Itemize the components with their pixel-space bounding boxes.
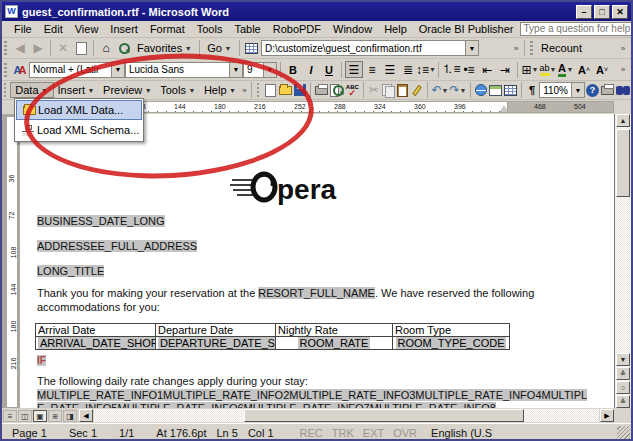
back-icon[interactable]: ◀	[11, 40, 29, 57]
menu-file[interactable]: File	[8, 22, 38, 36]
toggle-ovr[interactable]: OVR	[393, 427, 417, 439]
print-layout-view-button[interactable]: ▣	[33, 410, 47, 422]
outline-view-button[interactable]: ≋	[48, 410, 62, 422]
address-combobox[interactable]: D:\customize\guest_confirmation.rtf ▼	[261, 40, 479, 56]
vertical-scroll-thumb[interactable]	[616, 129, 630, 197]
toggle-trk[interactable]: TRK	[332, 427, 354, 439]
table-grid-icon[interactable]	[503, 82, 518, 99]
right-indent-marker[interactable]	[500, 106, 508, 112]
reading-layout-view-button[interactable]: ◨	[63, 410, 77, 422]
stop-icon[interactable]: ✕	[54, 40, 72, 57]
menu-oracle-bi-publisher[interactable]: Oracle BI Publisher	[413, 22, 520, 36]
horizontal-scrollbar[interactable]: ≡ ◫ ▣ ≋ ◨ ◀ ▶	[2, 408, 631, 423]
normal-view-button[interactable]: ≡	[3, 410, 17, 422]
document-page[interactable]: pera BUSINESS_DATE_LONG ADDRESSEE_FULL_A…	[20, 114, 615, 408]
numbering-button[interactable]: ⒈≡	[442, 61, 460, 78]
font-color-button[interactable]: A▼	[557, 61, 575, 78]
favorites-menu[interactable]: Favorites ▼	[133, 41, 196, 55]
paragraph-thank-you[interactable]: Thank you for making your reservation at…	[37, 286, 565, 314]
toggle-ext[interactable]: EXT	[363, 427, 384, 439]
address-dropdown-icon[interactable]: ▼	[465, 41, 478, 55]
borders-button[interactable]: ⊞▼	[521, 61, 539, 78]
select-browse-object-icon[interactable]: ○	[616, 381, 630, 394]
bullets-button[interactable]: •≡	[460, 61, 478, 78]
grow-font-button[interactable]: A˄	[575, 61, 593, 78]
font-size-dropdown-icon[interactable]: ▼	[263, 63, 276, 77]
close-button[interactable]: ✕	[612, 5, 628, 19]
field-long-title[interactable]: LONG_TITLE	[37, 265, 104, 277]
show-web-toolbar-icon[interactable]	[243, 40, 261, 57]
copy-icon[interactable]	[381, 82, 395, 99]
font-size-combobox[interactable]: 9 ▼	[243, 62, 277, 78]
bip-menu-data[interactable]: Data▼	[10, 82, 53, 98]
open-icon[interactable]	[278, 82, 293, 99]
if-form-field[interactable]: IF	[37, 354, 46, 366]
bip-menu-help[interactable]: Help▼	[200, 83, 241, 97]
print-icon[interactable]	[314, 82, 329, 99]
help-question-input[interactable]: Type a question for help	[520, 22, 633, 36]
cell-room-rate[interactable]: ROOM_RATE	[276, 337, 393, 350]
underline-button[interactable]: U	[320, 61, 338, 78]
resize-grip[interactable]	[617, 426, 630, 439]
previous-page-icon[interactable]: ≙	[616, 367, 630, 380]
bip-menu-preview[interactable]: Preview▼	[99, 83, 156, 97]
show-hide-pilcrow-button[interactable]: ¶	[525, 82, 539, 99]
menu-window[interactable]: Window	[327, 22, 378, 36]
toolbar-grip[interactable]	[257, 83, 259, 97]
web-layout-view-button[interactable]: ◫	[18, 410, 32, 422]
font-combobox[interactable]: Lucida Sans ▼	[125, 62, 243, 78]
bold-button[interactable]: B	[284, 61, 302, 78]
italic-button[interactable]: I	[302, 61, 320, 78]
new-document-icon[interactable]	[263, 82, 277, 99]
menu-insert[interactable]: Insert	[104, 22, 144, 36]
maximize-button[interactable]: □	[594, 5, 610, 19]
home-icon[interactable]: ⌂	[97, 40, 115, 57]
bip-toolbar-options-icon[interactable]: »	[241, 86, 249, 95]
increase-indent-button[interactable]: ⇥	[496, 61, 514, 78]
menu-view[interactable]: View	[69, 22, 105, 36]
menu-item-load-xml-schema[interactable]: Load XML Schema...	[16, 120, 142, 140]
menu-tools[interactable]: Tools	[191, 22, 229, 36]
cell-room-type-code[interactable]: ROOM_TYPE_CODE	[393, 337, 510, 350]
redo-icon[interactable]: ↷▼	[449, 82, 467, 99]
shrink-font-button[interactable]: A˅	[593, 61, 611, 78]
wordcount-toolbar-options-icon[interactable]: »	[618, 44, 628, 53]
zoom-dropdown-icon[interactable]: ▼	[571, 83, 584, 97]
zoom-combobox[interactable]: 110% ▼	[539, 82, 585, 98]
rates-line-1[interactable]: MULTIPLE_RATE_INFO1MULTIPLE_RATE_INFO2MU…	[37, 389, 587, 401]
undo-icon[interactable]: ↶▼	[431, 82, 449, 99]
menu-robopdf[interactable]: RoboPDF	[267, 22, 327, 36]
formatting-toolbar-options-icon[interactable]: »	[618, 65, 628, 74]
scroll-up-icon[interactable]: ▲	[616, 114, 630, 127]
scroll-down-icon[interactable]: ▼	[616, 353, 630, 366]
help-icon[interactable]: ?	[585, 82, 600, 99]
cut-icon[interactable]: ✂	[367, 82, 381, 99]
align-left-button[interactable]: ☰	[345, 61, 363, 78]
decrease-indent-button[interactable]: ⇤	[478, 61, 496, 78]
scroll-left-icon[interactable]: ◀	[79, 409, 93, 422]
forward-icon[interactable]: ▶	[29, 40, 47, 57]
menu-format[interactable]: Format	[144, 22, 191, 36]
toolbar-grip[interactable]	[4, 41, 7, 55]
align-center-button[interactable]: ≡	[363, 61, 381, 78]
align-right-button[interactable]: ☰	[381, 61, 399, 78]
go-menu[interactable]: Go ▼	[203, 41, 236, 55]
search-web-icon[interactable]	[115, 40, 133, 57]
vertical-ruler[interactable]: 36 72 108 144 180 216	[6, 116, 18, 408]
field-resort-full-name[interactable]: RESORT_FULL_NAME	[258, 287, 375, 299]
toolbar-grip[interactable]	[4, 63, 7, 77]
toolbar-grip[interactable]	[4, 83, 6, 97]
refresh-icon[interactable]	[72, 40, 90, 57]
style-combobox[interactable]: Normal + (Latir ▼	[29, 62, 125, 78]
toggle-rec[interactable]: REC	[300, 427, 323, 439]
styles-and-formatting-icon[interactable]: AA	[11, 61, 29, 78]
menu-table[interactable]: Table	[228, 22, 266, 36]
next-page-icon[interactable]: ≚	[616, 395, 630, 408]
vertical-scrollbar[interactable]: ▲ ▼ ≙ ○ ≚	[615, 114, 631, 408]
minimize-button[interactable]: –	[576, 5, 592, 19]
style-dropdown-icon[interactable]: ▼	[111, 63, 124, 77]
bip-menu-tools[interactable]: Tools▼	[156, 83, 200, 97]
line-spacing-button[interactable]: ↕≡▼	[417, 61, 435, 78]
cell-arrival-date[interactable]: ARRIVAL_DATE_SHORT	[36, 337, 156, 350]
highlight-button[interactable]: ab▼	[539, 61, 557, 78]
